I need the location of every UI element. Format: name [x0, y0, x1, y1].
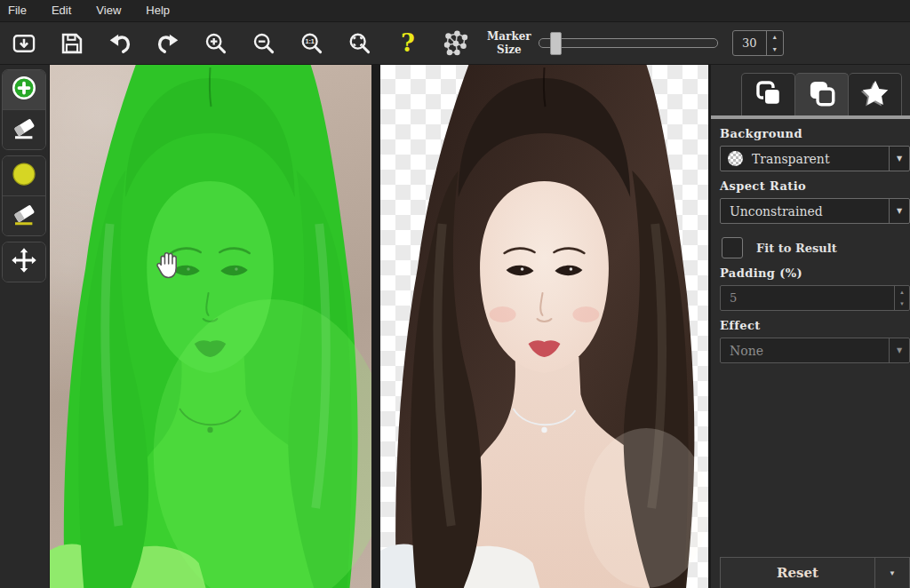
svg-text:1:1: 1:1	[305, 37, 314, 45]
source-image-canvas[interactable]	[49, 64, 371, 588]
menu-item-view[interactable]: View	[84, 0, 133, 21]
eraser-yellow-underline-icon	[11, 201, 37, 231]
layers-outline-icon	[807, 78, 837, 112]
aspect-ratio-select[interactable]: Unconstrained ▼	[720, 198, 910, 224]
effect-label: Effect	[720, 319, 910, 332]
canvas-divider	[371, 64, 380, 588]
zoom-out-icon	[251, 31, 276, 56]
chevron-down-icon[interactable]: ▼	[889, 147, 909, 171]
marker-size-label: Marker Size	[487, 30, 531, 57]
spin-down-icon[interactable]: ▼	[767, 44, 783, 56]
transparent-checker-icon	[728, 151, 743, 166]
star-icon	[859, 77, 891, 113]
background-select[interactable]: Transparent ▼	[720, 146, 910, 171]
tab-layers-filled[interactable]	[741, 73, 795, 115]
pan-group	[2, 242, 46, 282]
help-icon: ?	[401, 31, 415, 55]
marker-size-value[interactable]: 30	[733, 31, 766, 55]
spin-up-icon[interactable]: ▲	[767, 31, 783, 44]
reset-button[interactable]: Reset	[721, 558, 874, 588]
fit-to-result-label: Fit to Result	[756, 242, 837, 255]
segmentation-button[interactable]	[432, 26, 480, 61]
zoom-fit-button[interactable]	[336, 26, 384, 61]
pan-tool-button[interactable]	[3, 242, 45, 282]
help-button[interactable]: ?	[384, 26, 432, 61]
chevron-down-icon[interactable]: ▼	[889, 338, 909, 362]
background-label: Background	[720, 127, 910, 140]
marker-size-spinbox[interactable]: 30 ▲ ▼	[732, 30, 784, 56]
sidebar-tabbar	[741, 73, 910, 115]
redo-button[interactable]	[144, 26, 192, 61]
settings-sidebar: Background Transparent ▼ Aspect Ratio Un…	[711, 64, 910, 588]
fit-to-result-checkbox[interactable]	[722, 237, 743, 258]
zoom-actual-size-button[interactable]: 1:1	[288, 26, 336, 61]
hand-cursor-icon	[153, 250, 183, 285]
menu-item-edit[interactable]: Edit	[39, 0, 84, 21]
import-icon	[12, 31, 36, 56]
add-foreground-marker-button[interactable]	[3, 70, 45, 109]
zoom-actual-icon: 1:1	[299, 31, 324, 56]
masked-portrait-image	[49, 64, 371, 588]
aspect-ratio-label: Aspect Ratio	[720, 179, 910, 193]
undo-button[interactable]	[96, 26, 144, 61]
import-button[interactable]	[0, 26, 48, 61]
tool-panel	[0, 64, 50, 588]
tab-divider	[711, 115, 910, 119]
app-window: { "menu": { "items": ["File", "Edit", "V…	[0, 0, 910, 588]
foreground-marker-group	[2, 69, 46, 150]
padding-input-value[interactable]: 5	[721, 286, 894, 310]
menu-item-help[interactable]: Help	[133, 0, 182, 21]
zoom-out-button[interactable]	[240, 26, 288, 61]
redo-icon	[155, 30, 181, 57]
padding-input[interactable]: 5 ▲ ▼	[720, 285, 910, 311]
result-image-canvas[interactable]	[380, 64, 708, 588]
reset-button-label: Reset	[777, 565, 818, 581]
tab-layers-outline[interactable]	[795, 73, 849, 115]
aspect-ratio-select-value: Unconstrained	[721, 204, 889, 219]
layers-filled-icon	[754, 78, 784, 112]
padding-label: Padding (%)	[720, 266, 910, 280]
save-button[interactable]	[48, 26, 96, 61]
toolbar: 1:1 ?	[0, 22, 910, 65]
erase-foreground-marker-button[interactable]	[3, 109, 45, 149]
marker-size-slider-handle[interactable]	[550, 32, 562, 55]
background-select-value: Transparent	[743, 152, 889, 166]
spin-up-icon[interactable]: ▲	[895, 286, 909, 298]
reset-dropdown-button[interactable]: ▼	[874, 558, 909, 588]
zoom-in-button[interactable]	[192, 26, 240, 61]
spin-down-icon[interactable]: ▼	[895, 298, 909, 311]
undo-icon	[107, 30, 133, 57]
reset-split-button: Reset ▼	[720, 557, 910, 588]
chevron-down-icon: ▼	[889, 569, 896, 577]
zoom-fit-icon	[347, 31, 372, 56]
menu-bar: File Edit View Help	[0, 0, 910, 22]
add-background-marker-button[interactable]	[3, 156, 45, 195]
menu-item-file[interactable]: File	[0, 0, 39, 21]
marker-size-slider[interactable]	[539, 38, 718, 48]
effect-select-value: None	[721, 344, 889, 358]
fit-to-result-row: Fit to Result	[722, 237, 910, 258]
result-portrait-image	[380, 64, 708, 588]
effect-select[interactable]: None ▼	[720, 338, 910, 363]
segmentation-graph-icon	[441, 28, 471, 59]
save-icon	[60, 31, 84, 56]
move-arrows-icon	[11, 247, 37, 277]
erase-background-marker-button[interactable]	[3, 195, 45, 235]
background-marker-group	[2, 155, 46, 236]
tab-favorites[interactable]	[849, 73, 902, 115]
green-plus-circle-icon	[11, 75, 37, 105]
chevron-down-icon[interactable]: ▼	[889, 199, 909, 223]
yellow-circle-icon	[11, 161, 37, 191]
zoom-in-icon	[204, 31, 228, 56]
eraser-white-underline-icon	[11, 115, 37, 145]
